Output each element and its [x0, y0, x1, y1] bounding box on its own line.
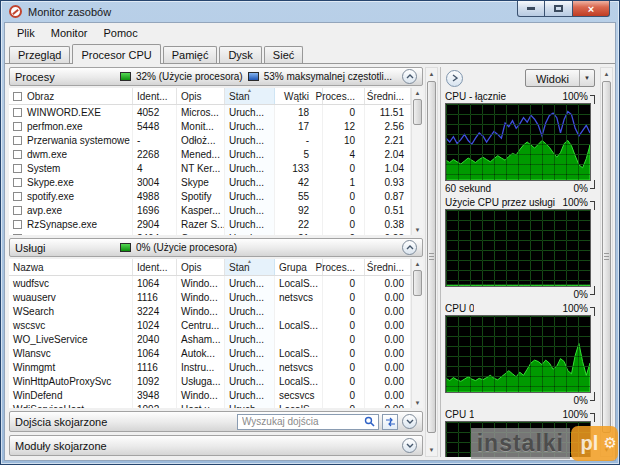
titlebar[interactable]: Monitor zasobów ×: [4, 1, 616, 22]
scroll-up-icon[interactable]: ▲: [412, 88, 423, 98]
charts-panel-scrollbar[interactable]: ▲ ▼: [600, 67, 613, 457]
table-row[interactable]: Skype.exe3004SkypeUruch...4210.93: [9, 175, 411, 189]
column-header-proces[interactable]: Proces...: [323, 88, 365, 104]
table-row[interactable]: Przerwania systemowe-Odłoż...Uruch...-10…: [9, 133, 411, 147]
handles-expand-button[interactable]: [402, 414, 417, 429]
row-checkbox[interactable]: [13, 150, 22, 159]
scroll-down-icon[interactable]: ▼: [412, 398, 423, 408]
scroll-thumb[interactable]: [602, 81, 611, 433]
table-row[interactable]: wuauserv1116Windo...Uruch...netsvcs00.00: [9, 290, 411, 304]
search-icon[interactable]: [362, 415, 376, 429]
table-row[interactable]: System4NT Ker...Uruch...13301.04: [9, 161, 411, 175]
search-input[interactable]: [242, 416, 362, 427]
bracket-icon: [590, 286, 595, 295]
row-checkbox[interactable]: [13, 178, 22, 187]
refresh-search-button[interactable]: [382, 414, 398, 430]
column-header-ident[interactable]: Ident...: [133, 88, 177, 104]
expand-panel-button[interactable]: [446, 70, 463, 87]
column-header-opis[interactable]: Opis: [177, 259, 225, 275]
tab-procesor-cpu[interactable]: Procesor CPU: [72, 44, 160, 64]
modules-title: Moduły skojarzone: [15, 440, 107, 452]
table-row[interactable]: RzSynapse.exe2904Razer S...Uruch...2200.…: [9, 217, 411, 231]
services-table-scrollbar[interactable]: ▲ ▼: [411, 259, 423, 408]
row-checkbox[interactable]: [13, 220, 22, 229]
table-row[interactable]: spotify.exe4988SpotifyUruch...5500.87: [9, 189, 411, 203]
table-row[interactable]: Winmgmt1116Instru...Uruch...netsvcs00.00: [9, 360, 411, 374]
row-checkbox[interactable]: [13, 108, 22, 117]
close-button[interactable]: ×: [572, 1, 610, 17]
scroll-thumb[interactable]: [413, 270, 422, 296]
tab-dysk[interactable]: Dysk: [219, 46, 261, 63]
table-row[interactable]: WSearch3224Windo...Uruch...00.00: [9, 304, 411, 318]
column-header-ident[interactable]: Ident...: [133, 259, 177, 275]
menu-monitor[interactable]: Monitor: [43, 25, 96, 41]
scroll-up-icon[interactable]: ▲: [426, 68, 437, 80]
table-row[interactable]: wudfsvc1064Windo...Uruch...LocalS...00.0…: [9, 276, 411, 290]
menu-plik[interactable]: Plik: [9, 25, 43, 41]
table-row[interactable]: avp.exe1696Kasper...Uruch...9200.51: [9, 203, 411, 217]
scroll-down-icon[interactable]: ▼: [412, 225, 423, 235]
scroll-down-icon[interactable]: ▼: [426, 444, 437, 456]
table-row[interactable]: wscsvc1024Centru...Uruch...LocalS...00.0…: [9, 318, 411, 332]
column-header-sredni[interactable]: Średni...: [365, 88, 411, 104]
table-row[interactable]: WINWORD.EXE4052Micros...Uruch...18011.51: [9, 105, 411, 119]
minimize-button[interactable]: [517, 1, 545, 17]
chart-block-cpu-total: CPU - łącznie 100% 60 sekund 0%: [445, 89, 596, 195]
processes-table-body: WINWORD.EXE4052Micros...Uruch...18011.51…: [9, 105, 423, 235]
handles-search-box[interactable]: [237, 414, 379, 430]
row-checkbox[interactable]: [13, 164, 22, 173]
table-row[interactable]: WO_LiveService2040Asham...Uruch...00.00: [9, 332, 411, 346]
table-row[interactable]: WinDefend3948Windo...Uruch...secsvcs00.0…: [9, 388, 411, 402]
tab-przeglad[interactable]: Przegląd: [9, 46, 70, 63]
row-checkbox[interactable]: [13, 192, 22, 201]
services-title: Usługi: [15, 242, 115, 254]
row-checkbox[interactable]: [13, 136, 22, 145]
chart-xlabel: 60 sekund: [445, 183, 491, 194]
processes-table-scrollbar[interactable]: ▲ ▼: [411, 88, 423, 235]
menu-pomoc[interactable]: Pomoc: [95, 25, 145, 41]
app-icon: [9, 5, 22, 18]
table-row[interactable]: perfmon.exe5448Monit...Uruch...17122.56: [9, 119, 411, 133]
column-header-stan[interactable]: ▲Stan: [225, 88, 275, 104]
row-checkbox[interactable]: [13, 122, 22, 131]
table-row[interactable]: WinHttpAutoProxySvc1092Usługa...Uruch...…: [9, 374, 411, 388]
column-header-opis[interactable]: Opis: [177, 88, 225, 104]
left-panel-scrollbar[interactable]: ▲ ▼: [425, 67, 438, 457]
scroll-thumb[interactable]: [413, 99, 422, 125]
tab-siec[interactable]: Sieć: [264, 46, 303, 63]
column-header-stan[interactable]: ▲Stan: [225, 259, 275, 275]
views-button-label: Widoki: [526, 70, 579, 86]
chart-max-label: 100%: [562, 91, 588, 102]
processes-section-header[interactable]: Procesy 32% (Użycie procesora) 53% maksy…: [9, 67, 423, 86]
views-button[interactable]: Widoki ▼: [525, 69, 595, 87]
chart-min-label: 0%: [574, 289, 588, 300]
table-row[interactable]: opera.exe2464OperaUruch...2100.28: [9, 231, 411, 235]
tab-pamiec[interactable]: Pamięć: [163, 46, 218, 63]
row-checkbox[interactable]: [13, 234, 22, 236]
processes-title: Procesy: [15, 71, 115, 83]
table-row[interactable]: dwm.exe2268Mened...Uruch...542.04: [9, 147, 411, 161]
select-all-checkbox[interactable]: [13, 92, 22, 101]
cpu0-chart: [445, 315, 591, 393]
scroll-up-icon[interactable]: ▲: [601, 68, 612, 80]
processes-collapse-button[interactable]: [402, 69, 417, 84]
row-checkbox[interactable]: [13, 206, 22, 215]
services-table: Nazwa Ident... Opis ▲Stan Grupa Proces..…: [9, 259, 423, 408]
column-header-sredni[interactable]: Średni...: [365, 259, 411, 275]
services-collapse-button[interactable]: [402, 240, 417, 255]
table-row[interactable]: WdiServiceHost1092Host u...Uruch...Local…: [9, 402, 411, 408]
services-section-header[interactable]: Usługi 0% (Użycie procesora): [9, 238, 423, 257]
modules-expand-button[interactable]: [402, 438, 417, 453]
column-header-obraz[interactable]: Obraz: [9, 88, 133, 104]
table-row[interactable]: Wlansvc1064Autok...Uruch...LocalS...00.0…: [9, 346, 411, 360]
modules-section-header[interactable]: Moduły skojarzone: [9, 435, 423, 456]
handles-section-header[interactable]: Dojścia skojarzone: [9, 411, 423, 432]
chart-min-label: 0%: [574, 183, 588, 194]
scroll-up-icon[interactable]: ▲: [412, 259, 423, 269]
maximize-button[interactable]: [545, 1, 572, 17]
scroll-thumb[interactable]: [427, 81, 436, 433]
column-header-nazwa[interactable]: Nazwa: [9, 259, 133, 275]
window-controls: ×: [517, 1, 610, 17]
column-header-proces[interactable]: Proces...: [323, 259, 365, 275]
watermark-suffix: pl: [581, 432, 599, 455]
